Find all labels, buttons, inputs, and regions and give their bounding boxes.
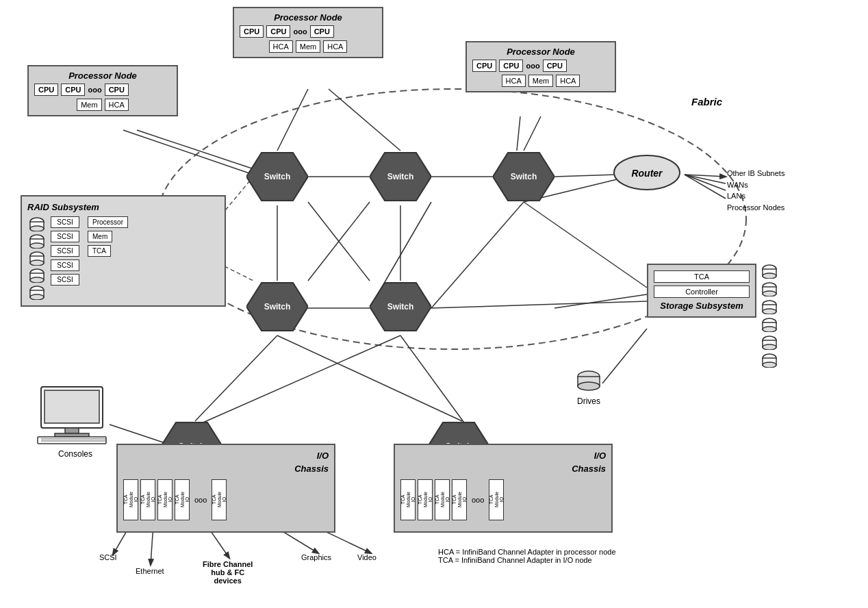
- label-video: Video: [357, 553, 376, 561]
- cpu-box-tl2: CPU: [61, 84, 85, 96]
- svg-rect-84: [65, 428, 79, 433]
- pn-top-center-hca-row: HCA Mem HCA: [240, 40, 376, 53]
- cpu-box-tl3: CPU: [105, 84, 129, 96]
- cpu-box-tc2: CPU: [266, 25, 290, 38]
- storage-drive-1: [760, 264, 779, 279]
- drive-icon-1: [27, 216, 47, 231]
- svg-marker-41: [246, 283, 308, 331]
- storage-subsystem: TCA Controller Storage Subsystem: [647, 264, 756, 318]
- raid-right-column: SCSI Processor SCSI Mem SCSI TCA SCSI SC…: [51, 216, 128, 300]
- svg-point-55: [30, 277, 44, 283]
- io-module-r1: TCAModuleIO: [400, 479, 416, 520]
- svg-point-49: [30, 243, 44, 249]
- svg-line-27: [602, 329, 647, 383]
- drive-icon-2: [27, 233, 47, 249]
- svg-line-26: [524, 202, 647, 288]
- io-module-l2: TCAModuleIO: [140, 479, 155, 520]
- scsi-row-1: SCSI Processor: [51, 216, 128, 228]
- svg-line-28: [195, 335, 277, 421]
- pn-top-center-cpu-row: CPU CPU ooo CPU: [240, 25, 376, 38]
- drives-section: Drives: [575, 370, 602, 406]
- pn-top-right-cpu-row: CPU CPU ooo CPU: [472, 60, 609, 72]
- io-module-l1: TCAModuleIO: [123, 479, 138, 520]
- scsi-row-5: SCSI: [51, 274, 128, 286]
- console: Consoles: [34, 383, 116, 459]
- annotation-line1: Other IB Subnets: [727, 168, 784, 179]
- svg-line-5: [517, 116, 520, 151]
- raid-inner: SCSI Processor SCSI Mem SCSI TCA SCSI SC…: [27, 216, 219, 300]
- io-chassis-left-title: I/O: [317, 451, 329, 461]
- diagram: Processor Node CPU CPU ooo CPU HCA Mem H…: [0, 0, 868, 608]
- svg-marker-38: [246, 153, 308, 201]
- raid-title: RAID Subsystem: [27, 202, 219, 212]
- svg-line-12: [308, 202, 370, 281]
- svg-line-21: [685, 175, 726, 199]
- scsi-box-3: SCSI: [51, 245, 79, 257]
- router: Router: [613, 154, 681, 192]
- io-module-r4: TCAModuleIO: [452, 479, 467, 520]
- svg-point-73: [763, 344, 776, 350]
- hca-tc1: HCA: [269, 40, 293, 53]
- svg-line-2: [329, 89, 400, 151]
- io-module-l3: TCAModuleIO: [157, 479, 173, 520]
- svg-point-67: [763, 309, 776, 314]
- svg-line-30: [277, 335, 462, 421]
- storage-title: Storage Subsystem: [654, 301, 750, 311]
- cpu-box-tr3: CPU: [543, 60, 567, 72]
- hca-tr2: HCA: [556, 75, 580, 87]
- cpu-box-tr1: CPU: [472, 60, 496, 72]
- raid-subsystem: RAID Subsystem SCSI Processor SCSI Mem: [21, 195, 226, 307]
- scsi-box-5: SCSI: [51, 274, 79, 286]
- svg-point-58: [30, 294, 44, 300]
- console-icon: [34, 383, 116, 445]
- label-ethernet: Ethernet: [136, 567, 164, 575]
- svg-line-24: [554, 294, 647, 308]
- scsi-row-3: SCSI TCA: [51, 245, 128, 257]
- dots-tl: ooo: [88, 86, 101, 94]
- storage-drive-4: [760, 317, 779, 332]
- raid-drives: [27, 216, 47, 300]
- svg-marker-42: [370, 283, 431, 331]
- switch-3: Switch: [493, 149, 554, 204]
- cpu-box-tl1: CPU: [34, 84, 58, 96]
- io-module-l4: TCAModuleIO: [175, 479, 190, 520]
- svg-point-43: [614, 155, 680, 190]
- processor-node-top-left: Processor Node CPU CPU ooo CPU Mem HCA: [27, 65, 178, 116]
- pn-top-center-title: Processor Node: [240, 12, 376, 23]
- scsi-box-1: SCSI: [51, 216, 79, 228]
- legend-line1: HCA = InfiniBand Channel Adapter in proc…: [438, 548, 616, 556]
- processor-node-top-center: Processor Node CPU CPU ooo CPU HCA Mem H…: [233, 7, 383, 58]
- annotation-line2: WANs: [727, 179, 784, 191]
- switch-2: Switch: [370, 149, 431, 204]
- dots-io-r: ooo: [469, 496, 487, 504]
- svg-line-11: [308, 202, 370, 281]
- hca-tl: HCA: [105, 99, 129, 111]
- switch-5: Switch: [370, 279, 431, 334]
- svg-line-31: [400, 335, 465, 425]
- svg-line-20: [685, 175, 726, 190]
- storage-drive-3: [760, 299, 779, 314]
- svg-line-29: [199, 335, 400, 425]
- label-graphics: Graphics: [301, 553, 331, 561]
- io-module-r5: TCAModuleIO: [489, 479, 504, 520]
- pn-top-left-cpu-row: CPU CPU ooo CPU: [34, 84, 171, 96]
- legend-line2: TCA = InfiniBand Channel Adapter in I/O …: [438, 556, 616, 564]
- svg-point-76: [763, 362, 776, 368]
- scsi-row-4: SCSI: [51, 259, 128, 271]
- svg-line-16: [554, 175, 616, 177]
- scsi-box-2: SCSI: [51, 231, 79, 242]
- svg-point-61: [763, 273, 776, 279]
- svg-line-19: [685, 175, 726, 183]
- storage-drive-2: [760, 281, 779, 296]
- hca-tc2: HCA: [323, 40, 347, 53]
- drive-icon-3: [27, 251, 47, 266]
- pn-top-left-hca-row: Mem HCA: [34, 99, 171, 111]
- cpu-box-tc3: CPU: [310, 25, 334, 38]
- svg-rect-86: [38, 437, 106, 444]
- dots-tr: ooo: [526, 62, 539, 70]
- processor-node-top-right: Processor Node CPU CPU ooo CPU HCA Mem H…: [465, 41, 616, 92]
- controller-storage: Controller: [654, 286, 750, 298]
- io-module-r2: TCAModuleIO: [418, 479, 433, 520]
- svg-line-3: [123, 130, 253, 175]
- io-module-l5: TCAModuleIO: [212, 479, 227, 520]
